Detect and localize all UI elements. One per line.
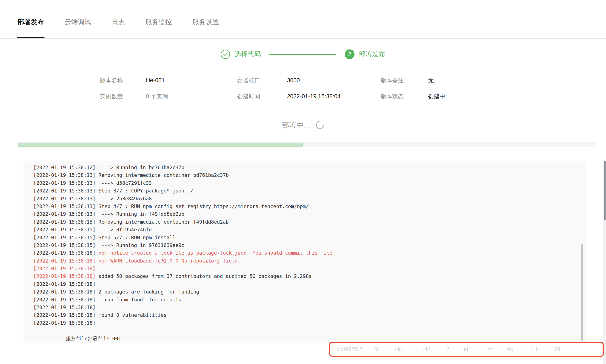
blur-patch — [431, 345, 446, 352]
tab-item[interactable]: 部署发布 — [17, 6, 44, 38]
info-field-value: 无 — [428, 75, 606, 85]
blur-patch — [561, 345, 580, 352]
blur-patch — [469, 345, 489, 352]
version-info-section: 版本名称file-001容器端口3000版本备注无实例数量0 个实例创建时间20… — [0, 75, 606, 102]
log-line: [2022-01-19 15:38:13] ---> 2b3e849a76a8 — [33, 195, 587, 203]
log-line: [2022-01-19 15:38:18] 2 packages are loo… — [33, 288, 587, 296]
log-line: [2022-01-19 15:38:15] Removing intermedi… — [33, 218, 587, 226]
step2-label: 部署发布 — [359, 50, 385, 59]
blur-patch — [512, 345, 534, 352]
log-line: -----------服务file部署file-001----------- — [33, 335, 587, 342]
log-line: [2022-01-19 15:38:18] npm WARN cloudbase… — [33, 257, 587, 265]
blur-patch — [362, 345, 375, 352]
blur-patch — [585, 345, 594, 352]
step2-number: 2 — [348, 51, 351, 58]
log-line: [2022-01-19 15:38:13] Step 3/7 : COPY pa… — [33, 187, 587, 195]
annotation-highlight-box: wxf0955.7.14d55da57 cloud-1ginx4424ce17 … — [329, 342, 604, 357]
tab-item[interactable]: 云端调试 — [65, 6, 91, 38]
blur-patch — [450, 345, 463, 352]
progress-fill — [18, 143, 303, 147]
deploy-progress-bar — [17, 143, 596, 147]
tab-bar-items: 部署发布 云端调试 日志 服务监控 服务设置 — [17, 6, 239, 38]
info-field-value: 0 个实例 — [146, 91, 237, 102]
log-line: [2022-01-19 15:38:13] ---> Running in f4… — [33, 210, 587, 218]
info-field-value: 创建中 — [428, 91, 606, 102]
tab-label: 日志 — [112, 17, 125, 26]
log-line: [2022-01-19 15:38:13] ---> d58c7291fc33 — [33, 179, 587, 187]
tab-item[interactable]: 服务监控 — [145, 6, 172, 38]
log-line: [2022-01-19 15:38:15] ---> 0f1954e746fe — [33, 226, 587, 234]
info-field-label: 创建时间 — [237, 91, 287, 102]
tab-label: 云端调试 — [65, 17, 91, 26]
blur-patch — [493, 345, 507, 352]
build-log-console[interactable]: [2022-01-19 15:38:12] ---> Running in bd… — [24, 161, 587, 343]
page-scrollbar-track[interactable] — [603, 161, 606, 364]
deploy-status-text: 部署中... — [282, 120, 310, 130]
log-line: [2022-01-19 15:38:18] npm notice created… — [33, 249, 587, 257]
tab-label: 服务监控 — [145, 17, 172, 26]
info-field-value: 2022-01-19 15:38:04 — [287, 91, 381, 102]
log-line: [2022-01-19 15:38:18] run `npm fund` for… — [33, 296, 587, 304]
log-lines: [2022-01-19 15:38:12] ---> Running in bd… — [33, 164, 587, 342]
log-line: [2022-01-19 15:38:15] Step 5/7 : RUN npm… — [33, 234, 587, 241]
info-field-label: 版本名称 — [100, 75, 146, 85]
version-info-grid: 版本名称file-001容器端口3000版本备注无实例数量0 个实例创建时间20… — [0, 75, 606, 102]
log-line: [2022-01-19 15:38:15] ---> Running in 97… — [33, 241, 587, 249]
stepper-connector-line — [269, 54, 336, 55]
log-line: [2022-01-19 15:38:18] — [33, 265, 587, 272]
info-field-label: 实例数量 — [100, 91, 146, 102]
tab-item[interactable]: 服务设置 — [193, 6, 219, 38]
tab-item[interactable]: 日志 — [112, 6, 125, 38]
stepper: 选择代码 2 部署发布 — [0, 47, 606, 61]
page-scrollbar-thumb[interactable] — [604, 161, 606, 221]
info-field-label: 版本状态 — [381, 91, 428, 102]
tab-label: 服务设置 — [193, 17, 219, 26]
log-line: [2022-01-19 15:38:18] added 50 packages … — [33, 272, 587, 280]
log-scrollbar-thumb[interactable] — [581, 244, 583, 341]
log-line: [2022-01-19 15:38:18] — [33, 304, 587, 311]
tab-label: 部署发布 — [17, 17, 44, 26]
blur-patch — [538, 345, 554, 352]
log-line: [2022-01-19 15:38:13] Step 4/7 : RUN npm… — [33, 203, 587, 210]
blur-patch — [401, 345, 425, 352]
loading-spinner-icon — [314, 119, 326, 131]
tab-bar: 部署发布 云端调试 日志 服务监控 服务设置 — [0, 0, 606, 39]
step1-done-circle — [221, 50, 230, 59]
info-field-label: 容器端口 — [237, 75, 287, 85]
deploy-panel: 部署发布 云端调试 日志 服务监控 服务设置 选择代码 2 部署发布 版本名称f… — [0, 0, 606, 364]
info-field-label: 版本备注 — [381, 75, 428, 85]
step2-number-circle: 2 — [345, 49, 355, 59]
log-line: [2022-01-19 15:38:13] Removing intermedi… — [33, 171, 587, 179]
log-line — [33, 327, 587, 335]
log-line: [2022-01-19 15:38:18] — [33, 319, 587, 327]
log-line: [2022-01-19 15:38:18] — [33, 280, 587, 288]
info-field-value: 3000 — [287, 75, 381, 85]
info-field-value: file-001 — [146, 75, 237, 85]
check-icon — [223, 52, 228, 57]
log-line: [2022-01-19 15:38:12] ---> Running in bd… — [33, 164, 587, 171]
step1-label: 选择代码 — [234, 50, 261, 59]
log-line: [2022-01-19 15:38:18] found 0 vulnerabil… — [33, 311, 587, 319]
deploy-status: 部署中... — [0, 119, 606, 131]
blur-patch — [378, 345, 396, 352]
